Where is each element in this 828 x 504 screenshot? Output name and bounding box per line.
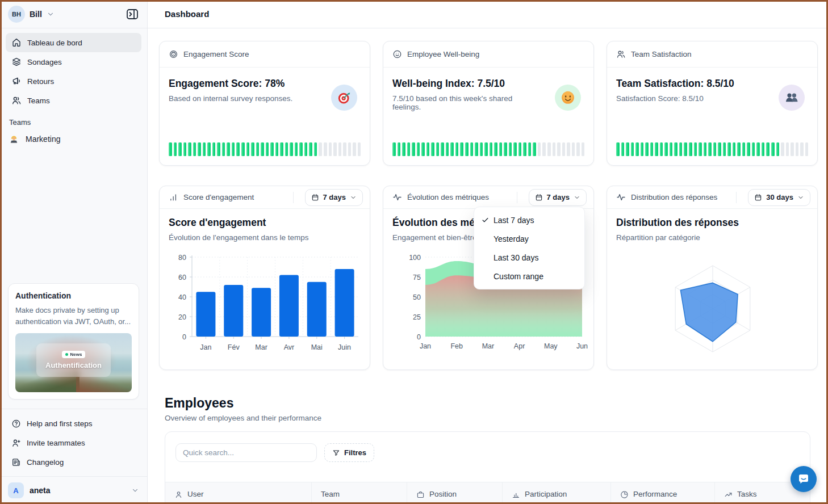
sidebar-item-sondages[interactable]: Sondages	[6, 52, 141, 72]
chart-subtitle: Évolution de l'engagement dans le temps	[160, 229, 370, 242]
svg-text:Jan: Jan	[200, 343, 211, 351]
progress-segment-filled	[295, 142, 298, 156]
filters-button[interactable]: Filtres	[324, 443, 374, 462]
workspace-avatar: BH	[8, 6, 25, 23]
stat-card-header-label: Team Satisfaction	[631, 50, 810, 58]
column-header-team[interactable]: Team	[312, 482, 407, 504]
progress-segment-filled	[490, 142, 493, 156]
progress-segment-filled	[733, 142, 736, 156]
sidebar-item-label: Help and first steps	[27, 419, 93, 428]
progress-segment-filled	[280, 142, 283, 156]
progress-bar	[169, 142, 361, 156]
progress-segment-filled	[251, 142, 254, 156]
menu-item-last-30-days[interactable]: Last 30 days	[474, 248, 584, 267]
sidebar-item-invite-teammates[interactable]: Invite teammates	[6, 433, 141, 452]
green-dot-icon	[65, 353, 68, 356]
progress-segment-empty	[781, 142, 784, 156]
progress-segment-filled	[704, 142, 707, 156]
promo-body: Make docs private by setting up authenti…	[15, 305, 132, 327]
menu-item-label: Last 30 days	[494, 253, 538, 262]
menu-item-label: Last 7 days	[494, 216, 534, 225]
progress-segment-filled	[674, 142, 678, 156]
svg-text:Jun: Jun	[576, 342, 588, 350]
date-range-button[interactable]: 7 days	[529, 189, 587, 206]
target-icon	[169, 49, 178, 59]
chat-launcher-button[interactable]	[791, 466, 817, 492]
progress-segment-filled	[684, 142, 687, 156]
sidebar-team-marketing[interactable]: Marketing	[0, 129, 147, 149]
promo-title: Authentication	[15, 291, 132, 300]
employees-table-header: UserTeamPositionParticipationPerformance…	[165, 482, 810, 504]
sidebar-item-label: Teams	[27, 96, 50, 105]
column-label: Tasks	[737, 490, 757, 498]
employees-title: Employees	[165, 396, 233, 411]
chart-card-header-label: Distribution des réponses	[631, 193, 731, 201]
svg-text:Feb: Feb	[450, 342, 463, 350]
column-header-performance[interactable]: Performance	[611, 482, 715, 504]
progress-segment-filled	[480, 142, 483, 156]
progress-segment-filled	[470, 142, 474, 156]
svg-text:0: 0	[417, 333, 421, 341]
column-label: Participation	[525, 490, 567, 498]
promo-card[interactable]: Authentication Make docs private by sett…	[8, 283, 139, 400]
progress-segment-filled	[441, 142, 444, 156]
trend-icon	[724, 490, 733, 499]
svg-text:Mai: Mai	[311, 343, 323, 351]
team-label: Marketing	[26, 135, 60, 144]
date-range-dropdown-menu: Last 7 daysYesterdayLast 30 daysCustom r…	[474, 207, 585, 289]
megaphone-icon	[11, 76, 22, 86]
menu-item-custom-range[interactable]: Custom range	[474, 267, 584, 285]
chevron-down-icon	[574, 194, 580, 201]
progress-segment-filled	[465, 142, 469, 156]
column-header-position[interactable]: Position	[407, 482, 503, 504]
chevron-down-icon	[797, 194, 804, 201]
menu-item-yesterday[interactable]: Yesterday	[474, 229, 584, 248]
progress-segment-filled	[664, 142, 668, 156]
column-header-user[interactable]: User	[165, 482, 312, 504]
menu-item-last-7-days[interactable]: Last 7 days	[474, 211, 584, 229]
progress-segment-filled	[398, 142, 401, 156]
users-icon	[616, 49, 626, 59]
svg-text:50: 50	[413, 293, 421, 301]
progress-segment-filled	[299, 142, 303, 156]
account-switcher[interactable]: A aneta	[0, 476, 147, 504]
progress-segment-filled	[631, 142, 634, 156]
sidebar-item-help-and-first-steps[interactable]: Help and first steps	[6, 414, 141, 433]
date-range-button[interactable]: 30 days	[748, 189, 810, 206]
search-input[interactable]	[175, 443, 317, 462]
svg-text:60: 60	[178, 274, 186, 282]
user-icon	[174, 490, 183, 499]
progress-segment-filled	[178, 142, 182, 156]
sidebar-item-retours[interactable]: Retours	[6, 72, 141, 91]
promo-image-overlay: News Authentification	[36, 343, 111, 377]
activity-icon	[616, 192, 626, 202]
chart-title: Distribution des réponses	[607, 209, 817, 229]
promo-caption: Authentification	[45, 361, 102, 369]
column-header-participation[interactable]: Participation	[503, 482, 611, 504]
sidebar-item-label: Tableau de bord	[27, 39, 82, 47]
topbar: Dashboard	[148, 0, 828, 28]
progress-segment-empty	[791, 142, 794, 156]
svg-text:Mar: Mar	[255, 343, 267, 351]
collapse-sidebar-button[interactable]	[126, 7, 139, 21]
progress-segment-empty	[576, 142, 580, 156]
progress-segment-empty	[562, 142, 566, 156]
progress-segment-filled	[641, 142, 644, 156]
progress-segment-filled	[169, 142, 172, 156]
sidebar-item-changelog[interactable]: Changelog	[6, 452, 141, 472]
progress-segment-filled	[241, 142, 245, 156]
sidebar-item-tableau-de-bord[interactable]: Tableau de bord	[6, 33, 141, 52]
bar-chart: 020406080JanFévMarAvrMaiJuin	[160, 243, 371, 365]
progress-bar	[392, 142, 584, 156]
technologist-emoji-icon	[9, 135, 19, 144]
progress-segment-filled	[727, 142, 731, 156]
progress-segment-filled	[762, 142, 765, 156]
progress-segment-filled	[660, 142, 663, 156]
workspace-switcher[interactable]: BH Bill	[8, 6, 55, 23]
sidebar-item-teams[interactable]: Teams	[6, 91, 141, 110]
progress-segment-filled	[207, 142, 211, 156]
bar-chart-icon	[169, 192, 178, 202]
progress-segment-filled	[227, 142, 230, 156]
date-range-button[interactable]: 7 days	[305, 189, 363, 206]
progress-segment-filled	[718, 142, 721, 156]
